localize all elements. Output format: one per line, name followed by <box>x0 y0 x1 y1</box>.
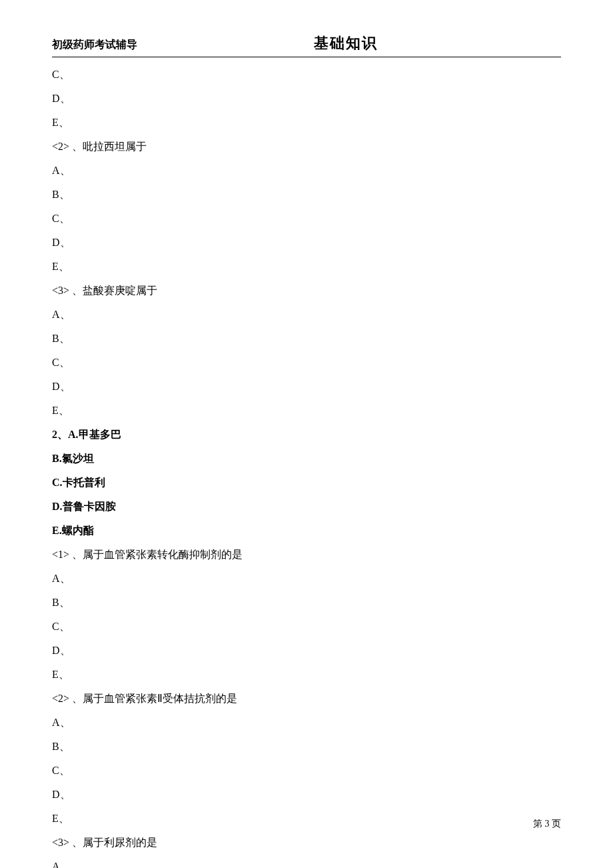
body-line: B、 <box>52 595 561 611</box>
body-line: E、 <box>52 115 561 131</box>
body-line: A、 <box>52 859 561 868</box>
header-left: 初级药师考试辅导 <box>52 37 137 53</box>
body-line: <2> 、属于血管紧张素Ⅱ受体拮抗剂的是 <box>52 691 561 707</box>
body-line: A、 <box>52 163 561 179</box>
body-content: C、D、E、<2> 、吡拉西坦属于A、B、C、D、E、<3> 、盐酸赛庚啶属于A… <box>52 67 561 868</box>
page-number: 第 3 页 <box>533 817 561 831</box>
body-line: E、 <box>52 259 561 275</box>
body-line: A、 <box>52 715 561 731</box>
body-line: <3> 、属于利尿剂的是 <box>52 835 561 851</box>
body-line: D、 <box>52 235 561 251</box>
body-line: C、 <box>52 763 561 779</box>
body-line: C、 <box>52 355 561 371</box>
body-line: <3> 、盐酸赛庚啶属于 <box>52 283 561 299</box>
body-line: C、 <box>52 619 561 635</box>
body-line: C、 <box>52 211 561 227</box>
body-line: C.卡托普利 <box>52 475 561 491</box>
body-line: A、 <box>52 307 561 323</box>
body-line: E、 <box>52 403 561 419</box>
body-line: C、 <box>52 67 561 83</box>
body-line: E、 <box>52 667 561 683</box>
body-line: A、 <box>52 571 561 587</box>
body-line: B.氯沙坦 <box>52 451 561 467</box>
body-line: D、 <box>52 643 561 659</box>
body-line: D、 <box>52 91 561 107</box>
page-header: 初级药师考试辅导 基础知识 <box>52 32 561 57</box>
body-line: 2、A.甲基多巴 <box>52 427 561 443</box>
body-line: <2> 、吡拉西坦属于 <box>52 139 561 155</box>
body-line: <1> 、属于血管紧张素转化酶抑制剂的是 <box>52 547 561 563</box>
body-line: E.螺内酯 <box>52 523 561 539</box>
body-line: D.普鲁卡因胺 <box>52 499 561 515</box>
body-line: B、 <box>52 187 561 203</box>
body-line: B、 <box>52 331 561 347</box>
header-title: 基础知识 <box>131 32 561 54</box>
page: 初级药师考试辅导 基础知识 C、D、E、<2> 、吡拉西坦属于A、B、C、D、E… <box>0 0 613 868</box>
body-line: E、 <box>52 811 561 827</box>
body-line: D、 <box>52 787 561 803</box>
body-line: D、 <box>52 379 561 395</box>
body-line: B、 <box>52 739 561 755</box>
